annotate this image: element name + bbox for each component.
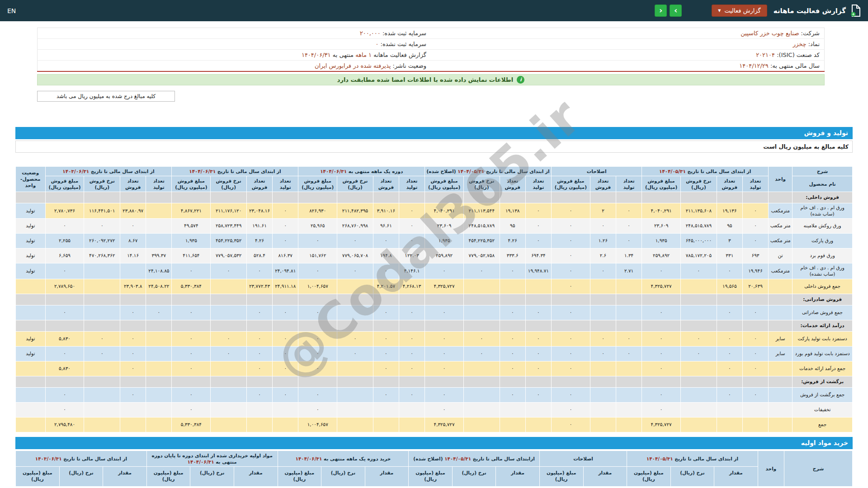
data-cell: ۱۹,۱۳۸	[500, 203, 525, 219]
group-title-date: ۱۴۰۴/۰۵/۳۱	[458, 169, 484, 174]
company-info-row: نماد: چخزر سرمایه ثبت نشده: ۰	[38, 39, 825, 50]
empty-cell	[45, 376, 84, 387]
empty-cell	[500, 320, 525, 331]
data-cell: ۴,۰۴۰,۲۹۱	[642, 203, 681, 219]
empty-cell	[16, 294, 46, 305]
data-cell: ۰	[525, 361, 551, 376]
data-cell: ۰	[552, 402, 590, 417]
table-row: دستمزد بابت تولید فوم بوردسایر۰۰۰۰۰۰۰۰۰۰…	[16, 346, 853, 361]
table-row: تخفیفات۰۰۰۰۰۰	[16, 402, 853, 417]
data-cell: ۰	[337, 331, 373, 346]
data-cell: ۰	[298, 331, 337, 346]
empty-cell	[373, 192, 399, 203]
empty-cell	[373, 320, 399, 331]
data-cell: ۲,۷۸۹,۶۵۰	[45, 279, 84, 294]
unit-cell: مترمکعب	[769, 203, 793, 219]
empty-cell	[525, 192, 551, 203]
data-cell: ۰	[642, 361, 681, 376]
data-cell: ۱۹,۹۴۸.۷۱	[525, 263, 551, 279]
data-cell: ۰	[464, 331, 500, 346]
sub-column-header: نرخ (ریال)	[452, 466, 496, 486]
data-cell: ۰	[616, 219, 642, 234]
sub-column-header: مبلغ (میلیون ریال)	[539, 466, 583, 486]
language-toggle[interactable]: EN	[7, 7, 16, 14]
table-row: جمع درآمد ارائه خدمات۰۰۰۰۰۰۰۰۰۰۰۰۰۰۵,۸۳۰	[16, 361, 853, 376]
data-cell: ۰	[525, 219, 551, 234]
table-row: ورق روکش ملامینهمتر مکعب۰۹۵۲۴۸,۵۱۵,۷۸۹۲۳…	[16, 219, 853, 234]
empty-cell	[681, 320, 717, 331]
empty-cell	[246, 320, 272, 331]
data-cell	[616, 387, 642, 402]
desc-header: شرح	[784, 450, 853, 486]
data-cell	[399, 402, 425, 417]
status-cell	[16, 387, 46, 402]
sub-column-header: نرخ فروش (ریال)	[84, 176, 120, 192]
info-cell-right: کد صنعت (ISIC): ۲۰۲۱۰۴	[431, 50, 825, 61]
production-sales-table: شرحواحداز ابتدای سال مالی تا تاریخ ۱۴۰۴/…	[15, 166, 853, 432]
info-cell-left: سرمایه ثبت شده: ۲۰۰,۰۰۰	[38, 28, 431, 39]
empty-cell	[84, 192, 120, 203]
top-navbar: گزارش فعالیت ماهانه گزارش فعالیت ▼ › ‹ E…	[0, 0, 868, 21]
data-cell: ۷۷۹,۰۶۵,۷۰۸	[337, 249, 373, 263]
empty-cell	[717, 320, 742, 331]
data-cell: ۱.۳۴	[616, 249, 642, 263]
report-content: تولید و فروش کلیه مبالغ به میلیون ریال ا…	[15, 127, 853, 487]
product-name-cell: دستمزد بابت تولید پارکت	[793, 331, 853, 346]
sub-column-header: تعداد تولید	[742, 176, 768, 192]
empty-cell	[211, 294, 247, 305]
section-row: فروش صادراتی:	[16, 294, 853, 305]
group-title-text: دوره یک ماهه منتهی به	[347, 169, 403, 174]
data-cell	[681, 305, 717, 320]
empty-cell	[273, 320, 298, 331]
data-cell: ۰	[273, 387, 298, 402]
data-cell: ۲۳,۹۰۳.۸	[120, 279, 146, 294]
group-title-date: ۱۴۰۴/۰۵/۳۱	[646, 456, 673, 461]
report-navigation: › ‹	[655, 5, 682, 17]
company-info-row: کد صنعت (ISIC): ۲۰۲۱۰۴ گزارش فعالیت ماها…	[38, 50, 825, 61]
status-cell	[16, 402, 46, 417]
data-cell: ۰	[273, 331, 298, 346]
data-cell: ۰	[552, 346, 590, 361]
nav-arrow-right-button[interactable]: ›	[670, 5, 682, 17]
chevron-down-icon: ▼	[718, 9, 721, 13]
report-type-dropdown[interactable]: گزارش فعالیت ▼	[712, 5, 767, 17]
empty-cell	[552, 320, 590, 331]
nav-arrow-left-button[interactable]: ‹	[655, 5, 667, 17]
data-cell: ۰	[616, 203, 642, 219]
data-cell: ۳۹۹.۳۷	[146, 249, 172, 263]
data-cell: ۰	[45, 219, 84, 234]
data-cell: ۰	[717, 346, 742, 361]
data-cell: ۴,۱۴۶.۱	[399, 263, 425, 279]
table-header-sub-row: مقدارنرخ (ریال)مبلغ (میلیون ریال)مقدارمب…	[16, 466, 853, 486]
data-cell: ۱۹,۹۴۶	[742, 263, 768, 279]
product-name-cell: جمع فروش صادراتی	[793, 305, 853, 320]
info-text: کد صنعت (ISIC):	[777, 52, 820, 58]
data-cell: ۸۲۶,۹۳۰	[298, 203, 337, 219]
status-cell	[16, 279, 46, 294]
status-cell: تولید	[16, 203, 46, 219]
data-cell: ۰	[172, 361, 211, 376]
data-cell	[211, 387, 247, 402]
status-cell: تولید	[16, 346, 46, 361]
data-cell	[464, 361, 500, 376]
info-link[interactable]: صنایع چوب خزر کاسپین	[741, 30, 799, 37]
data-cell: ۰	[717, 331, 742, 346]
data-cell	[590, 417, 616, 432]
data-cell: ۱۵۱,۷۶۲	[298, 249, 337, 263]
data-cell	[146, 402, 172, 417]
table-header-sub-row: نام محصولتعداد تولیدتعداد فروشنرخ فروش (…	[16, 176, 853, 192]
empty-cell	[373, 376, 399, 387]
product-name-cell: دستمزد بابت تولید فوم بورد	[793, 346, 853, 361]
data-cell: ۲۵۸,۷۲۳,۴۴۹	[211, 219, 247, 234]
empty-cell	[211, 192, 247, 203]
product-name-cell: جمع برگشت از فروش	[793, 387, 853, 402]
table-row: ورق ام . دی . اف خام (ساب نشده)مترمکعب۱۹…	[16, 263, 853, 279]
data-cell	[590, 279, 616, 294]
data-cell: ۰	[552, 417, 590, 432]
empty-cell	[616, 320, 642, 331]
data-cell: ۱.۲۶	[590, 234, 616, 249]
group-title-text: از ابتدای سال مالی تا تاریخ	[484, 169, 549, 174]
empty-cell	[84, 294, 120, 305]
data-cell: ۰	[681, 331, 717, 346]
info-link[interactable]: چخزر	[793, 41, 807, 47]
